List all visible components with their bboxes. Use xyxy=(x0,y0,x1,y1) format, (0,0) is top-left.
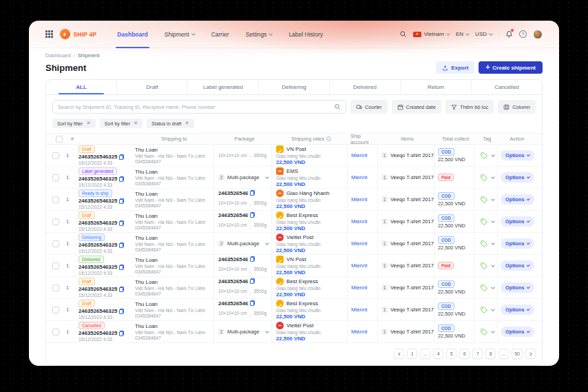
copy-icon[interactable] xyxy=(250,212,255,218)
apps-grid-icon[interactable] xyxy=(45,30,53,38)
tag-icon[interactable] xyxy=(481,262,487,269)
search-icon[interactable] xyxy=(399,30,407,38)
nav-item[interactable]: Label History xyxy=(280,21,331,48)
chevron-down-icon[interactable] xyxy=(491,263,495,267)
prev-page-button[interactable] xyxy=(394,349,404,359)
options-button[interactable]: Options xyxy=(501,150,534,161)
ship-account-link[interactable]: Miennt xyxy=(351,196,377,203)
courier-filter-button[interactable]: Courier xyxy=(350,100,388,114)
chevron-down-icon[interactable] xyxy=(491,219,495,223)
copy-icon[interactable] xyxy=(119,154,124,160)
nav-item[interactable]: Dashboard xyxy=(109,21,156,48)
page-button[interactable]: 7 xyxy=(472,349,483,359)
copy-icon[interactable] xyxy=(250,300,255,306)
multi-package-select[interactable]: 2 Multi-package xyxy=(218,174,271,180)
copy-icon[interactable] xyxy=(119,243,124,248)
chevron-down-icon[interactable] xyxy=(491,241,495,245)
copy-icon[interactable] xyxy=(119,265,124,270)
tag-icon[interactable] xyxy=(481,152,487,159)
chevron-down-icon[interactable] xyxy=(491,175,495,179)
tag-icon[interactable] xyxy=(481,174,487,181)
status-tab[interactable]: Draft xyxy=(117,80,188,94)
chevron-down-icon[interactable] xyxy=(491,329,495,333)
ship-account-link[interactable]: Miennt xyxy=(351,307,377,313)
shipping-rate[interactable]: 22,500 VND xyxy=(276,269,347,276)
tracking-id[interactable]: 2463526546 xyxy=(218,256,248,262)
export-button[interactable]: Export xyxy=(436,61,474,74)
tag-icon[interactable] xyxy=(481,285,487,291)
notifications-bell-icon[interactable] xyxy=(505,30,513,38)
page-button[interactable]: 50 xyxy=(512,349,523,359)
copy-icon[interactable] xyxy=(119,220,124,226)
options-button[interactable]: Options xyxy=(501,194,534,205)
options-button[interactable]: Options xyxy=(501,172,534,183)
options-button[interactable]: Options xyxy=(501,327,534,337)
shipment-id[interactable]: 2463526546325 xyxy=(78,308,117,314)
options-button[interactable]: Options xyxy=(501,282,534,293)
copy-icon[interactable] xyxy=(119,309,124,314)
search-input[interactable] xyxy=(58,104,330,110)
status-tab[interactable]: Cancelled xyxy=(472,80,542,94)
status-tab[interactable]: Label generated xyxy=(188,80,259,94)
chevron-down-icon[interactable] xyxy=(491,307,495,311)
row-checkbox[interactable] xyxy=(52,307,59,313)
shipping-rate[interactable]: 22,500 VND xyxy=(276,313,347,320)
tag-icon[interactable] xyxy=(481,307,487,313)
row-checkbox[interactable] xyxy=(52,329,59,336)
status-tab[interactable]: ALL xyxy=(46,80,117,94)
shipping-rate[interactable]: 22,500 VND xyxy=(276,159,347,165)
language-select[interactable]: EN xyxy=(456,31,469,37)
shipping-rate[interactable]: 22,500 VND xyxy=(276,247,347,254)
shipment-id[interactable]: 2463526546325 xyxy=(78,220,117,226)
tag-icon[interactable] xyxy=(481,240,487,247)
options-button[interactable]: Options xyxy=(501,260,534,271)
next-page-button[interactable] xyxy=(525,349,536,359)
currency-select[interactable]: USD xyxy=(475,31,492,37)
chip-close-icon[interactable]: ✕ xyxy=(185,121,189,126)
copy-icon[interactable] xyxy=(119,176,124,182)
row-checkbox[interactable] xyxy=(52,196,59,203)
row-checkbox[interactable] xyxy=(52,285,59,291)
page-button[interactable]: 5 xyxy=(446,349,456,359)
shipment-id[interactable]: 2463526546325 xyxy=(78,330,117,336)
shipment-id[interactable]: 2463526546325 xyxy=(78,176,117,182)
ship-account-link[interactable]: Miennt xyxy=(351,240,377,247)
more-filters-button[interactable]: Thêm bộ lọc xyxy=(445,100,494,114)
create-shipment-button[interactable]: Create shipment xyxy=(479,61,543,74)
ship-account-link[interactable]: Miennt xyxy=(351,152,377,158)
tag-icon[interactable] xyxy=(481,329,487,336)
country-select[interactable]: Vietnam xyxy=(413,31,450,37)
multi-package-select[interactable]: 2 Multi-package xyxy=(218,240,271,247)
brand-logo[interactable]: SHIP 4P xyxy=(60,29,97,39)
chevron-down-icon[interactable] xyxy=(491,197,495,201)
shipping-rate[interactable]: 22,500 VND xyxy=(276,203,347,209)
page-button[interactable]: 6 xyxy=(459,349,470,359)
user-avatar[interactable] xyxy=(533,30,543,39)
tag-icon[interactable] xyxy=(481,196,487,203)
options-button[interactable]: Options xyxy=(501,305,534,315)
ship-account-link[interactable]: Miennt xyxy=(351,262,377,269)
ship-account-link[interactable]: Miennt xyxy=(351,285,377,291)
shipping-rate[interactable]: 22,500 VND xyxy=(276,181,347,187)
nav-item[interactable]: Settings xyxy=(238,21,281,48)
page-button[interactable]: ... xyxy=(498,349,509,359)
tracking-id[interactable]: 2463526546 xyxy=(218,212,248,218)
ship-account-link[interactable]: Miennt xyxy=(351,329,377,335)
shipment-id[interactable]: 2463526546325 xyxy=(78,198,117,204)
shipping-rate[interactable]: 22,500 VND xyxy=(276,291,347,298)
shipment-id[interactable]: 2463526546325 xyxy=(78,264,117,270)
column-settings-button[interactable]: Column xyxy=(498,100,536,114)
page-button[interactable]: 4 xyxy=(433,349,443,359)
chip-close-icon[interactable]: ✕ xyxy=(134,121,138,126)
copy-icon[interactable] xyxy=(250,256,255,262)
shipping-rate[interactable]: 22,500 VND xyxy=(276,336,347,342)
breadcrumb-root[interactable]: Dashboard xyxy=(45,52,71,59)
tracking-id[interactable]: 2463526546 xyxy=(218,190,248,196)
options-button[interactable]: Options xyxy=(501,238,534,249)
row-checkbox[interactable] xyxy=(52,218,59,225)
multi-package-select[interactable]: 2 Multi-package xyxy=(218,329,271,335)
row-checkbox[interactable] xyxy=(52,240,59,247)
nav-item[interactable]: Carrier xyxy=(203,21,238,48)
chip-close-icon[interactable]: ✕ xyxy=(86,121,90,126)
copy-icon[interactable] xyxy=(119,198,124,204)
